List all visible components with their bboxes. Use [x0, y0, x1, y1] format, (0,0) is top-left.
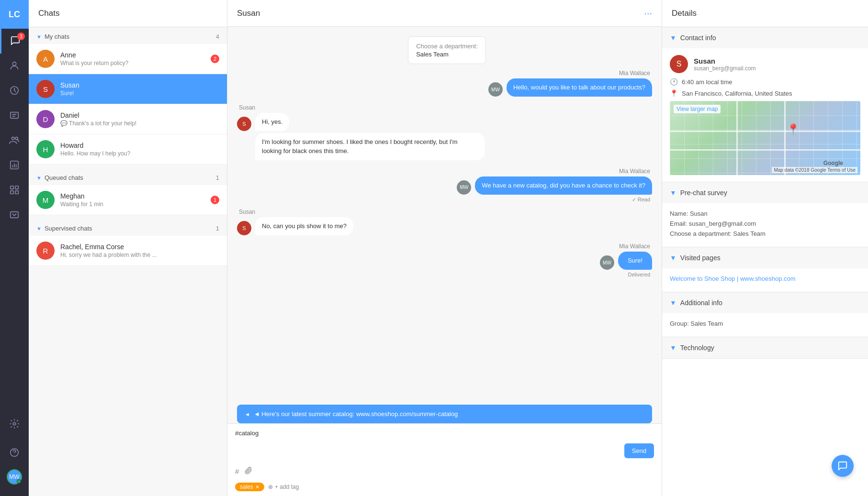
- input-box: #catalog Send: [227, 424, 662, 464]
- svg-rect-2: [11, 112, 19, 118]
- anne-badge: 2: [211, 55, 219, 63]
- dept-card-wrapper: Choose a department: Sales Team: [237, 36, 652, 64]
- chats-panel: Chats ▼ My chats 4 A Anne What is your r…: [29, 0, 227, 496]
- anne-avatar: A: [36, 50, 55, 68]
- msg-sender-susan1: Susan: [237, 104, 652, 111]
- settings-icon: [9, 419, 20, 430]
- sales-tag[interactable]: sales ✕: [235, 483, 264, 491]
- technology-header[interactable]: ▼ Technology: [662, 337, 868, 358]
- app-logo[interactable]: LC: [0, 0, 29, 29]
- anne-info: Anne What is your return policy?: [60, 51, 211, 66]
- attachment-icon[interactable]: [245, 467, 252, 476]
- google-label: Google: [823, 160, 843, 166]
- chat-item-daniel[interactable]: D Daniel 💬 Thank's a lot for your help!: [29, 104, 227, 134]
- sales-tag-remove[interactable]: ✕: [255, 484, 259, 490]
- sidebar-item-chats[interactable]: 3: [0, 29, 29, 54]
- additional-group: Group: Sales Team: [670, 320, 860, 327]
- chat-item-rachel[interactable]: R Rachel, Emma Corse Hi, sorry we had a …: [29, 236, 227, 266]
- sales-tag-label: sales: [240, 484, 253, 490]
- chats-badge: 3: [17, 33, 25, 40]
- user-avatar[interactable]: MW: [7, 469, 22, 485]
- additional-info-label: Additional info: [680, 299, 722, 307]
- sidebar-item-settings[interactable]: [0, 412, 29, 437]
- dept-card-label: Choose a department:: [416, 43, 478, 50]
- map-container[interactable]: 📍 View larger map Google Map data ©2018 …: [670, 101, 860, 175]
- visited-pages-label: Visited pages: [680, 254, 721, 262]
- my-chats-label: My chats: [45, 33, 69, 40]
- reports-icon: [9, 160, 20, 172]
- chat-options-button[interactable]: ···: [644, 8, 652, 19]
- sidebar-item-help[interactable]: [0, 441, 29, 465]
- visited-pages-section: ▼ Visited pages Welcome to Shoe Shop | w…: [662, 247, 868, 292]
- msg-bubble-hi: Hi, yes.: [255, 113, 289, 131]
- chat-item-susan[interactable]: S Susan Sure!: [29, 74, 227, 104]
- dept-card-value: Sales Team: [416, 51, 478, 58]
- additional-info-header[interactable]: ▼ Additional info: [662, 292, 868, 313]
- contact-location: San Francisco, California, United States: [682, 90, 792, 97]
- add-tag-button[interactable]: ⊕ + add tag: [268, 484, 299, 490]
- susan-avatar: S: [36, 80, 55, 98]
- chat-fab-icon: [837, 461, 848, 471]
- contact-location-row: 📍 San Francisco, California, United Stat…: [670, 89, 860, 97]
- msg-status-delivered: Delivered: [237, 272, 652, 277]
- my-chats-section-header[interactable]: ▼ My chats 4: [29, 27, 227, 44]
- sidebar-item-history[interactable]: [0, 78, 29, 103]
- sidebar-item-automation[interactable]: [0, 203, 29, 228]
- hashtag-icon[interactable]: #: [235, 467, 239, 475]
- message-input[interactable]: #catalog: [235, 430, 624, 458]
- msg-bubble-catalog: We have a new catalog, did you have a ch…: [475, 176, 652, 195]
- automation-icon: [9, 209, 20, 221]
- map-link[interactable]: View larger map: [674, 105, 721, 113]
- sidebar-item-apps[interactable]: [0, 178, 29, 203]
- msg-sender-mia3: Mia Wallace: [237, 243, 652, 250]
- map-placeholder: 📍 View larger map Google Map data ©2018 …: [670, 101, 860, 175]
- send-button[interactable]: Send: [624, 443, 654, 458]
- howard-name: Howard: [60, 142, 219, 149]
- queued-chats-count: 1: [216, 174, 219, 181]
- supervised-chats-chevron: ▼: [36, 226, 42, 231]
- autocomplete-popup[interactable]: ◄ ◄ Here's our latest summer catalog: ww…: [237, 405, 652, 423]
- sidebar-item-tickets[interactable]: [0, 103, 29, 128]
- msg-bubble-hello: Hello, would you like to talk about our …: [507, 78, 652, 97]
- susan-name: Susan: [60, 81, 219, 89]
- msg-sender-susan2: Susan: [237, 209, 652, 215]
- tickets-icon: [9, 110, 20, 122]
- mia-avatar-3: MW: [600, 255, 614, 270]
- msg-group-sure: Mia Wallace Sure! MW Delivered: [237, 243, 652, 277]
- meghan-info: Meghan Waiting for 1 min: [60, 192, 211, 208]
- sidebar-item-team[interactable]: [0, 128, 29, 153]
- queued-chats-section-header[interactable]: ▼ Queued chats 1: [29, 168, 227, 185]
- rachel-name: Rachel, Emma Corse: [60, 243, 219, 251]
- details-panel: Details ▼ Contact info S Susan susan_ber…: [662, 0, 868, 496]
- visited-pages-content: Welcome to Shoe Shop | www.shoeshop.com: [662, 268, 868, 292]
- pre-chat-survey-header[interactable]: ▼ Pre-chat survey: [662, 182, 868, 203]
- sidebar-item-reports[interactable]: [0, 153, 29, 178]
- apps-icon: [9, 185, 20, 197]
- contact-time: 6:40 am local time: [682, 78, 733, 86]
- chat-item-anne[interactable]: A Anne What is your return policy? 2: [29, 44, 227, 74]
- additional-info-chevron: ▼: [670, 299, 676, 307]
- history-icon: [9, 85, 20, 97]
- msg-row-show: S No, can you pls show it to me?: [237, 217, 652, 235]
- additional-info-section: ▼ Additional info Group: Sales Team: [662, 292, 868, 337]
- msg-row-hi: S Hi, yes.: [237, 113, 652, 131]
- visited-link[interactable]: Welcome to Shoe Shop | www.shoeshop.com: [670, 275, 860, 282]
- howard-preview: Hello. How may I help you?: [60, 150, 219, 157]
- chat-fab[interactable]: [832, 455, 854, 477]
- svg-point-3: [12, 137, 15, 140]
- sidebar-item-contacts[interactable]: [0, 54, 29, 78]
- supervised-chats-section-header[interactable]: ▼ Supervised chats 1: [29, 219, 227, 236]
- howard-avatar: H: [36, 140, 55, 158]
- input-area: #catalog Send # sales ✕ ⊕ + add tag: [227, 423, 662, 496]
- mia-avatar-2: MW: [457, 180, 471, 195]
- rachel-info: Rachel, Emma Corse Hi, sorry we had a pr…: [60, 243, 219, 258]
- visited-pages-chevron: ▼: [670, 254, 676, 262]
- chat-item-meghan[interactable]: M Meghan Waiting for 1 min 1: [29, 185, 227, 215]
- contact-info-header[interactable]: ▼ Contact info: [662, 27, 868, 48]
- susan-msg-avatar: S: [237, 117, 251, 131]
- pre-chat-survey-section: ▼ Pre-chat survey Name: Susan Email: sus…: [662, 182, 868, 247]
- map-footer: Map data ©2018 Google Terms of Use: [772, 167, 857, 173]
- autocomplete-text: ◄ Here's our latest summer catalog: www.…: [254, 410, 458, 418]
- visited-pages-header[interactable]: ▼ Visited pages: [662, 247, 868, 268]
- chat-item-howard[interactable]: H Howard Hello. How may I help you?: [29, 134, 227, 165]
